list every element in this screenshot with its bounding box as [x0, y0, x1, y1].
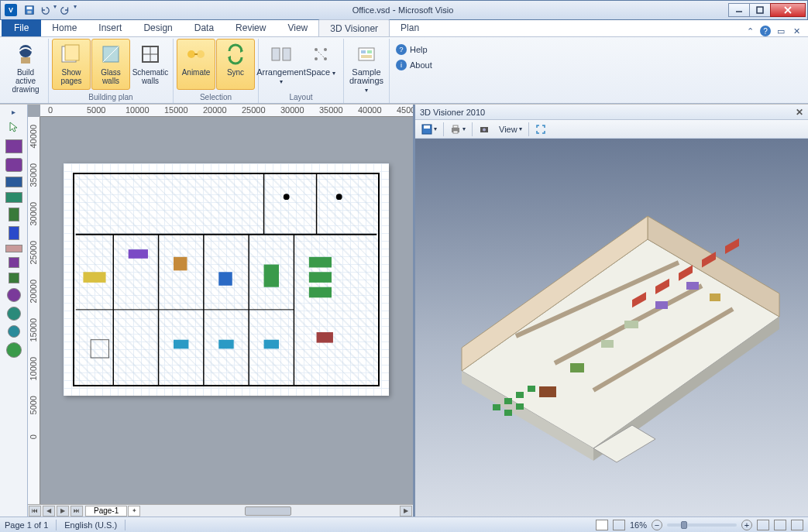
stencil-shape[interactable]: [7, 307, 21, 321]
prev-page-button[interactable]: ◀: [43, 506, 55, 517]
fit-width-button[interactable]: [774, 520, 786, 530]
pointer-tool-icon[interactable]: [8, 121, 20, 135]
svg-point-17: [197, 50, 205, 58]
first-page-button[interactable]: ⏮: [29, 506, 41, 517]
svg-rect-41: [218, 272, 232, 285]
stencil-shape[interactable]: [7, 288, 21, 302]
last-page-button[interactable]: ⏭: [70, 506, 83, 517]
scroll-thumb[interactable]: [245, 506, 291, 516]
about-button[interactable]: i About: [393, 57, 435, 73]
svg-rect-18: [272, 48, 280, 60]
pane-view-button[interactable]: View ▾: [496, 122, 525, 137]
stencil-shape[interactable]: [9, 226, 19, 240]
svg-rect-46: [91, 340, 108, 358]
stencil-shape[interactable]: [6, 342, 22, 358]
redo-icon[interactable]: [58, 3, 72, 17]
window-restore-icon[interactable]: ▭: [775, 26, 786, 36]
undo-icon[interactable]: [38, 3, 52, 17]
stencil-shape[interactable]: [8, 325, 20, 338]
zoom-out-button[interactable]: −: [652, 520, 662, 530]
arrangement-button[interactable]: Arrangement ▾: [262, 39, 301, 90]
qat-dropdown-icon[interactable]: ▾: [53, 3, 57, 17]
svg-rect-76: [601, 340, 614, 348]
help-button[interactable]: ? Help: [393, 42, 435, 57]
3d-viewport[interactable]: [415, 139, 808, 517]
ribbon-group-selection: Animate Sync Selection: [174, 39, 259, 103]
tab-view[interactable]: View: [277, 19, 318, 36]
pane-save-button[interactable]: ▾: [418, 122, 440, 137]
animate-button[interactable]: Animate: [177, 39, 215, 90]
horizontal-ruler[interactable]: 0 5000 10000 15000 20000 25000 30000 350…: [40, 105, 413, 117]
ribbon-group-building-plan: Show pages Glass walls Schematic walls B…: [49, 39, 174, 103]
stencil-shape[interactable]: [9, 257, 19, 268]
svg-rect-45: [309, 287, 332, 298]
tab-review[interactable]: Review: [225, 19, 277, 36]
zoom-in-button[interactable]: +: [741, 520, 752, 530]
svg-rect-42: [264, 265, 279, 287]
view-normal-icon[interactable]: [596, 520, 608, 530]
sync-button[interactable]: Sync: [216, 39, 255, 90]
stencil-shape[interactable]: [9, 273, 19, 283]
stencil-shape[interactable]: [5, 192, 22, 203]
pane-camera-button[interactable]: [476, 122, 493, 137]
page-tabs-bar: ⏮ ◀ ▶ ⏭ Page-1 ✦ ▶: [28, 504, 413, 517]
scroll-right-button[interactable]: ▶: [400, 506, 412, 517]
window-close-doc-icon[interactable]: ✕: [791, 26, 802, 36]
svg-rect-26: [361, 50, 366, 53]
zoom-slider[interactable]: [667, 523, 737, 527]
close-pane-button[interactable]: ✕: [796, 107, 803, 118]
tab-plan[interactable]: Plan: [390, 19, 430, 36]
zoom-level[interactable]: 16%: [630, 520, 647, 530]
tab-home[interactable]: Home: [41, 19, 88, 36]
view-fullscreen-icon[interactable]: [613, 520, 625, 530]
pane-print-button[interactable]: ▾: [447, 122, 469, 137]
language-status[interactable]: English (U.S.): [64, 520, 117, 530]
stencil-shape[interactable]: [9, 208, 19, 221]
save-icon[interactable]: [22, 3, 36, 17]
sync-icon: [223, 42, 248, 67]
drawing-canvas[interactable]: [40, 117, 413, 504]
next-page-button[interactable]: ▶: [57, 506, 69, 517]
vertical-ruler[interactable]: 40000 35000 30000 25000 20000 15000 1000…: [28, 117, 40, 504]
stencil-shape[interactable]: [5, 177, 22, 187]
minimize-button[interactable]: [728, 3, 750, 17]
stencil-shape[interactable]: [5, 139, 22, 153]
build-icon: [13, 42, 38, 67]
show-pages-button[interactable]: Show pages: [52, 39, 91, 90]
svg-rect-50: [317, 332, 333, 343]
sample-drawings-button[interactable]: Sample drawings ▾: [347, 39, 386, 90]
zoom-slider-thumb[interactable]: [681, 521, 687, 529]
space-icon: [308, 42, 333, 67]
new-page-button[interactable]: ✦: [128, 506, 140, 517]
pane-title-bar[interactable]: 3D Visioner 2010 ✕: [415, 105, 808, 120]
stencil-shape[interactable]: [5, 245, 22, 252]
svg-line-24: [316, 50, 325, 59]
pane-toolbar: ▾ ▾ View ▾: [415, 120, 808, 139]
file-tab[interactable]: File: [2, 19, 41, 36]
shapes-stencil[interactable]: ▸: [0, 105, 28, 517]
svg-rect-8: [21, 57, 30, 63]
svg-rect-4: [757, 7, 763, 13]
switch-windows-button[interactable]: [791, 520, 803, 530]
stencil-shape[interactable]: [5, 158, 22, 172]
stencil-expand-icon[interactable]: ▸: [12, 108, 15, 116]
close-button[interactable]: [770, 3, 806, 17]
glass-walls-button[interactable]: Glass walls: [91, 39, 130, 90]
schematic-walls-button[interactable]: Schematic walls: [131, 39, 170, 90]
pane-fullscreen-button[interactable]: [532, 122, 549, 137]
drawing-page[interactable]: [64, 163, 389, 396]
horizontal-scrollbar[interactable]: [143, 506, 397, 517]
fit-page-button[interactable]: [757, 520, 769, 530]
floor-plan-drawing[interactable]: [73, 173, 380, 386]
maximize-button[interactable]: [749, 3, 771, 17]
minimize-ribbon-icon[interactable]: ⌃: [744, 26, 755, 36]
tab-data[interactable]: Data: [184, 19, 225, 36]
ribbon-group-help: ? Help i About: [390, 39, 438, 103]
tab-design[interactable]: Design: [132, 19, 183, 36]
tab-insert[interactable]: Insert: [88, 19, 132, 36]
space-button[interactable]: Space ▾: [301, 39, 340, 90]
help-icon[interactable]: ?: [760, 26, 771, 36]
build-active-drawing-button[interactable]: Build active drawing: [6, 39, 45, 90]
page-tab[interactable]: Page-1: [85, 506, 127, 517]
tab-3d-visioner[interactable]: 3D Visioner: [318, 19, 390, 36]
